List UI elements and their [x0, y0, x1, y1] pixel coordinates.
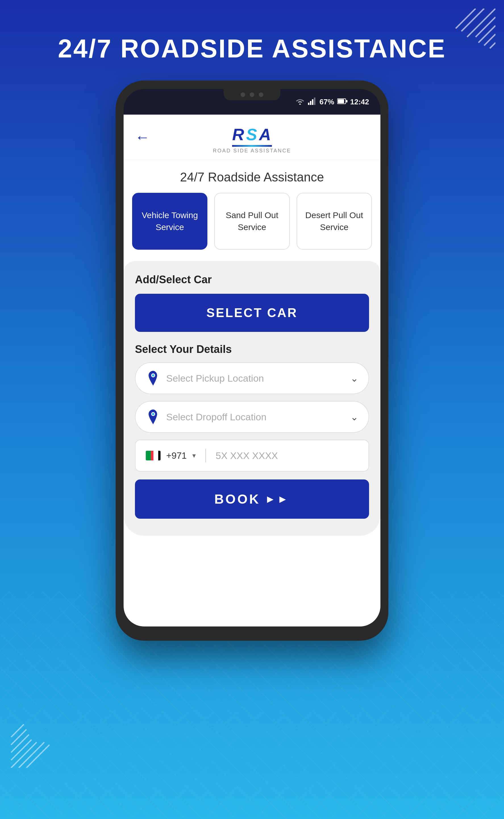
- logo-subtitle: ROAD SIDE ASSISTANCE: [213, 148, 291, 154]
- phone-frame: 67% 12:42 ← R S: [116, 80, 388, 641]
- svg-line-5: [456, 9, 476, 28]
- pickup-pin-icon: [146, 371, 161, 386]
- phone-input-row: +971 ▾ 5X XXX XXXX: [135, 440, 369, 471]
- svg-line-2: [478, 26, 495, 43]
- signal-icon: [308, 97, 316, 107]
- country-code-chevron[interactable]: ▾: [192, 452, 196, 460]
- book-label: BOOK: [214, 491, 260, 507]
- book-button[interactable]: BOOK ►►: [135, 479, 369, 519]
- svg-rect-14: [308, 103, 309, 105]
- logo-s: S: [246, 125, 258, 144]
- svg-rect-16: [312, 99, 313, 105]
- battery-percent: 67%: [319, 97, 334, 106]
- svg-line-9: [11, 735, 29, 753]
- phone-mockup: 67% 12:42 ← R S: [116, 80, 388, 641]
- phone-divider: [205, 449, 206, 462]
- speaker: [250, 92, 254, 97]
- service-card-sand-pull-out[interactable]: Sand Pull Out Service: [214, 193, 290, 250]
- pickup-chevron-icon: ⌄: [350, 373, 358, 384]
- service-card-desert-pull-out[interactable]: Desert Pull Out Service: [297, 193, 372, 250]
- battery-icon: [337, 97, 347, 106]
- phone-number-input[interactable]: 5X XXX XXXX: [216, 450, 358, 461]
- svg-point-22: [152, 374, 154, 377]
- svg-point-24: [152, 413, 154, 415]
- dropoff-placeholder: Select Dropoff Location: [166, 411, 345, 423]
- bottom-panel: Add/Select Car SELECT CAR Select Your De…: [124, 261, 380, 536]
- dropoff-location-dropdown[interactable]: Select Dropoff Location ⌄: [135, 401, 369, 433]
- svg-rect-20: [346, 100, 347, 102]
- pickup-placeholder: Select Pickup Location: [166, 373, 345, 384]
- svg-line-10: [11, 729, 26, 745]
- dropoff-chevron-icon: ⌄: [350, 411, 358, 423]
- status-right: 67% 12:42: [295, 97, 369, 107]
- svg-rect-17: [314, 97, 315, 105]
- svg-line-11: [11, 724, 24, 737]
- uae-flag-icon: [146, 451, 161, 460]
- app-screen: ← R S A ROAD SIDE ASSISTANCE 24/7 Roadsi…: [124, 115, 380, 627]
- country-code[interactable]: +971: [166, 450, 187, 461]
- dropoff-pin-icon: [146, 410, 161, 424]
- time: 12:42: [350, 97, 369, 106]
- status-bar: 67% 12:42: [124, 89, 380, 115]
- svg-rect-19: [338, 99, 344, 103]
- svg-line-1: [476, 17, 495, 37]
- page-title: 24/7 ROADSIDE ASSISTANCE: [58, 34, 446, 63]
- svg-line-12: [19, 742, 44, 768]
- front-camera: [241, 92, 245, 97]
- services-row: Vehicle Towing Service Sand Pull Out Ser…: [124, 193, 380, 258]
- app-logo: R S A ROAD SIDE ASSISTANCE: [213, 125, 291, 154]
- notch-camera: [241, 92, 263, 97]
- service-card-vehicle-towing[interactable]: Vehicle Towing Service: [132, 193, 207, 250]
- logo-text: R: [232, 125, 245, 144]
- pickup-location-dropdown[interactable]: Select Pickup Location ⌄: [135, 362, 369, 394]
- svg-rect-15: [310, 101, 311, 105]
- svg-line-7: [11, 742, 37, 768]
- logo-underline: [232, 145, 272, 147]
- wifi-icon: [295, 97, 305, 107]
- screen-title: 24/7 Roadside Assistance: [124, 160, 380, 193]
- back-button[interactable]: ←: [135, 128, 150, 145]
- details-section-label: Select Your Details: [135, 343, 369, 356]
- sensor: [259, 92, 263, 97]
- book-arrows-icon: ►►: [265, 493, 290, 505]
- logo-a: A: [259, 125, 272, 144]
- car-section-label: Add/Select Car: [135, 274, 369, 286]
- svg-line-4: [490, 43, 495, 48]
- phone-notch: [224, 89, 280, 100]
- select-car-button[interactable]: SELECT CAR: [135, 294, 369, 332]
- app-header: ← R S A ROAD SIDE ASSISTANCE: [124, 115, 380, 160]
